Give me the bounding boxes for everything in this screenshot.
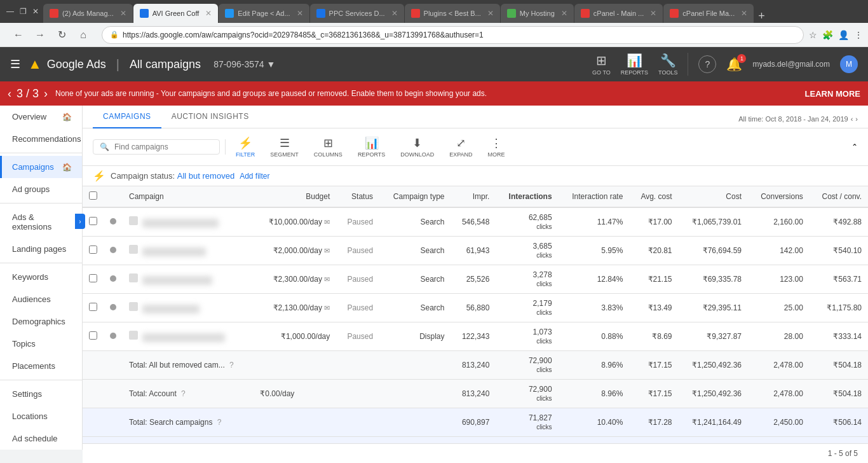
th-impr[interactable]: Impr. [451, 186, 496, 207]
sidebar-item-locations[interactable]: Locations [0, 405, 82, 427]
row3-checkbox[interactable] [83, 265, 104, 294]
total3-help-icon[interactable]: ? [217, 418, 222, 427]
th-conversions[interactable]: Conversions [748, 186, 810, 207]
forward-button[interactable]: → [32, 27, 48, 43]
th-interaction-rate[interactable]: Interaction rate [559, 186, 630, 207]
sidebar-item-ads-extensions[interactable]: Ads & extensions [0, 206, 82, 238]
address-text[interactable]: https://ads.google.com/aw/campaigns?ocid… [123, 31, 484, 39]
minimize-button[interactable]: — [5, 6, 15, 17]
alert-prev-button[interactable]: ‹ [8, 87, 11, 100]
reload-button[interactable]: ↻ [53, 27, 70, 43]
reports-toolbar-button[interactable]: 📊 REPORTS [353, 134, 390, 160]
row5-checkbox[interactable] [83, 322, 104, 351]
sidebar-item-audiences[interactable]: Audiences [0, 288, 82, 310]
learn-more-button[interactable]: LEARN MORE [805, 89, 860, 99]
browser-tab-3[interactable]: Edit Page < Ad... ✕ [219, 4, 309, 23]
reports-button[interactable]: 📊 REPORTS [621, 53, 648, 76]
browser-tab-7[interactable]: cPanel - Main ... ✕ [574, 4, 663, 23]
more-button[interactable]: ⋮ MORE [483, 134, 510, 160]
search-input[interactable] [114, 142, 213, 151]
row2-name-blurred[interactable]: blurred campaign name [142, 247, 206, 256]
sidebar-toggle-arrow[interactable]: › [75, 214, 85, 229]
th-campaign[interactable]: Campaign [123, 186, 254, 207]
sidebar-item-topics[interactable]: Topics [0, 333, 82, 355]
sidebar-item-placements[interactable]: Placements [0, 355, 82, 377]
user-avatar[interactable]: M [840, 55, 858, 73]
hamburger-menu[interactable]: ☰ [10, 57, 20, 71]
bookmark-icon[interactable]: ☆ [809, 30, 817, 40]
tab-close-7[interactable]: ✕ [650, 9, 656, 18]
row1-checkbox[interactable] [83, 207, 104, 237]
address-bar[interactable]: 🔒 https://ads.google.com/aw/campaigns?oc… [102, 26, 804, 44]
add-filter-button[interactable]: Add filter [240, 172, 269, 181]
th-status[interactable]: Status [336, 186, 379, 207]
notifications-button[interactable]: 🔔 1 [726, 57, 742, 72]
tab-close-2[interactable]: ✕ [205, 9, 212, 18]
back-button[interactable]: ← [10, 27, 27, 43]
tab-close-3[interactable]: ✕ [297, 9, 303, 18]
download-button[interactable]: ⬇ DOWNLOAD [395, 134, 439, 160]
row4-checkbox[interactable] [83, 294, 104, 322]
columns-button[interactable]: ⊞ COLUMNS [309, 134, 348, 160]
browser-tab-2[interactable]: AVI Green Coff ✕ [133, 4, 219, 23]
sidebar-item-overview[interactable]: Overview 🏠 [0, 106, 82, 128]
close-button[interactable]: ✕ [31, 6, 41, 17]
date-range-prev-icon[interactable]: ‹ [851, 115, 853, 123]
browser-tab-6[interactable]: My Hosting ✕ [501, 4, 574, 23]
sidebar-item-keywords[interactable]: Keywords [0, 266, 82, 288]
row3-name-blurred[interactable]: blurred campaign name [142, 276, 212, 285]
tab-auction-insights[interactable]: AUCTION INSIGHTS [161, 106, 259, 128]
expand-button[interactable]: ⤢ EXPAND [444, 134, 477, 160]
sidebar-item-ad-groups[interactable]: Ad groups [0, 178, 82, 200]
sidebar-item-campaigns[interactable]: Campaigns 🏠 [0, 156, 82, 178]
tools-button[interactable]: 🔧 TOOLS [658, 53, 677, 76]
filter-button[interactable]: ⚡ FILTER [231, 134, 260, 160]
sidebar-item-ad-schedule[interactable]: Ad schedule [0, 427, 82, 450]
row5-name-blurred[interactable]: blurred campaign name [142, 333, 225, 342]
search-box[interactable]: 🔍 [93, 139, 220, 155]
account-dropdown-icon[interactable]: ▼ [267, 59, 276, 69]
row2-checkbox[interactable] [83, 237, 104, 265]
total1-help-icon[interactable]: ? [229, 361, 234, 370]
tab-campaigns[interactable]: CAMPAIGNS [93, 106, 161, 128]
th-cost-per-conv[interactable]: Cost / conv. [810, 186, 868, 207]
menu-icon[interactable]: ⋮ [854, 30, 863, 40]
home-button[interactable]: ⌂ [75, 27, 92, 43]
window-controls[interactable]: — ❐ ✕ [5, 6, 41, 17]
sidebar-item-demographics[interactable]: Demographics [0, 310, 82, 333]
browser-tab-8[interactable]: cPanel File Ma... ✕ [663, 4, 754, 23]
th-cost[interactable]: Cost [679, 186, 749, 207]
tab-close-4[interactable]: ✕ [391, 9, 398, 18]
th-interactions[interactable]: Interactions [496, 186, 558, 207]
th-budget[interactable]: Budget [254, 186, 336, 207]
select-all-checkbox[interactable] [89, 191, 97, 200]
tab-close-5[interactable]: ✕ [487, 9, 494, 18]
row1-name-blurred[interactable]: blurred campaign name [142, 219, 219, 228]
extensions-icon[interactable]: 🧩 [822, 30, 833, 40]
tab-close-6[interactable]: ✕ [561, 9, 567, 18]
collapse-icon[interactable]: ⌃ [851, 142, 858, 151]
user-profile-icon[interactable]: 👤 [838, 30, 849, 40]
sidebar-item-landing-pages[interactable]: Landing pages [0, 238, 82, 260]
filter-value-text[interactable]: All but removed [177, 171, 234, 181]
account-selector[interactable]: 87-096-3574 ▼ [214, 59, 275, 69]
total2-help-icon[interactable]: ? [181, 389, 186, 398]
browser-tab-5[interactable]: Plugins < Best B... ✕ [405, 4, 500, 23]
th-avg-cost[interactable]: Avg. cost [629, 186, 678, 207]
browser-tab-1[interactable]: (2) Ads Manag... ✕ [43, 4, 133, 23]
tab-close-1[interactable]: ✕ [120, 9, 126, 18]
sidebar-item-settings[interactable]: Settings [0, 383, 82, 405]
row4-name-blurred[interactable]: blurred campaign name [142, 305, 200, 314]
browser-tab-4[interactable]: PPC Services D... ✕ [310, 4, 404, 23]
alert-next-button[interactable]: › [44, 87, 48, 100]
date-range[interactable]: All time: Oct 8, 2018 - Jan 24, 2019 ‹ › [738, 110, 858, 128]
sidebar-item-recommendations[interactable]: Recommendations [0, 128, 82, 150]
date-range-next-icon[interactable]: › [855, 115, 858, 123]
tab-close-8[interactable]: ✕ [741, 9, 747, 18]
maximize-button[interactable]: ❐ [18, 6, 28, 17]
help-button[interactable]: ? [698, 55, 716, 73]
new-tab-button[interactable]: + [758, 10, 765, 23]
goto-button[interactable]: ⊞ GO TO [592, 53, 611, 76]
segment-button[interactable]: ☰ SEGMENT [265, 134, 304, 160]
th-campaign-type[interactable]: Campaign type [379, 186, 451, 207]
